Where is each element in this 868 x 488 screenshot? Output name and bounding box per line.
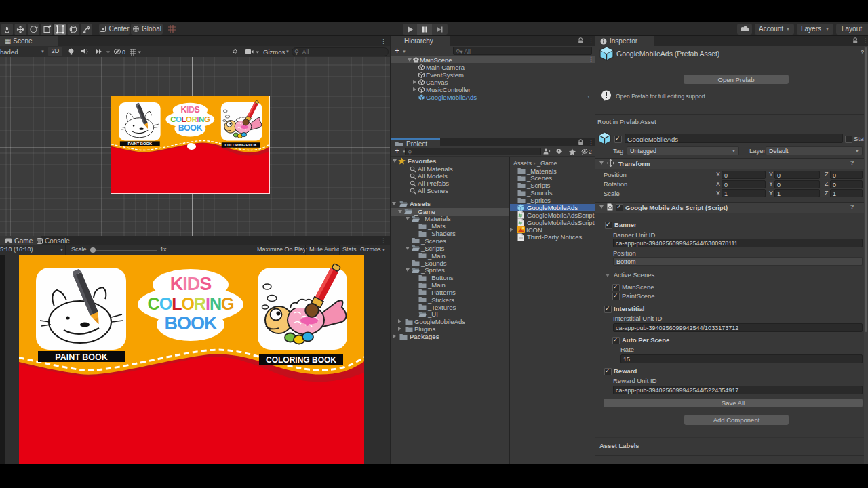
svg-text:2: 2 bbox=[589, 148, 592, 155]
svg-text:0: 0 bbox=[122, 48, 125, 55]
